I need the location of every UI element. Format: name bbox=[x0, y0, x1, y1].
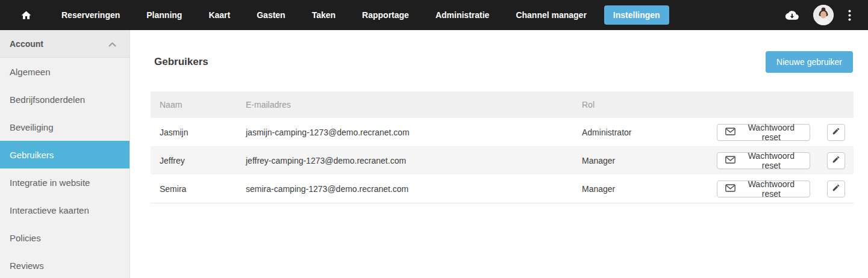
nav-item-kaart[interactable]: Kaart bbox=[199, 5, 239, 25]
kebab-menu-icon[interactable] bbox=[848, 10, 851, 21]
sidebar-item-policies[interactable]: Policies bbox=[0, 224, 130, 252]
settings-sidebar: Account Algemeen Bedrijfsonderdelen Beve… bbox=[0, 30, 130, 278]
password-reset-label: Wachtwoord reset bbox=[741, 151, 802, 170]
envelope-icon bbox=[725, 184, 735, 194]
password-reset-button[interactable]: Wachtwoord reset bbox=[717, 181, 810, 197]
sidebar-item-integratie-in-website[interactable]: Integratie in website bbox=[0, 168, 130, 196]
edit-user-button[interactable] bbox=[827, 124, 845, 141]
user-email: jasmijn-camping-1273@demo.recranet.com bbox=[246, 128, 582, 137]
top-navigation-bar: Reserveringen Planning Kaart Gasten Take… bbox=[0, 0, 868, 30]
row-actions: Wachtwoord reset bbox=[717, 152, 845, 169]
user-name: Jasmijn bbox=[160, 128, 246, 137]
sidebar-item-interactieve-kaarten[interactable]: Interactieve kaarten bbox=[0, 196, 130, 224]
edit-user-button[interactable] bbox=[827, 181, 845, 197]
user-name: Semira bbox=[160, 184, 246, 194]
pencil-icon bbox=[832, 127, 840, 137]
user-role: Administrator bbox=[582, 128, 717, 137]
password-reset-button[interactable]: Wachtwoord reset bbox=[717, 152, 810, 169]
nav-item-planning[interactable]: Planning bbox=[137, 5, 191, 25]
nav-item-reserveringen[interactable]: Reserveringen bbox=[52, 5, 129, 25]
table-row: Jasmijn jasmijn-camping-1273@demo.recran… bbox=[151, 118, 854, 146]
table-header-row: Naam E-mailadres Rol bbox=[151, 91, 854, 118]
page-body: Account Algemeen Bedrijfsonderdelen Beve… bbox=[0, 30, 868, 278]
nav-item-rapportage[interactable]: Rapportage bbox=[353, 5, 418, 25]
cloud-download-icon[interactable] bbox=[785, 10, 799, 20]
column-header-naam: Naam bbox=[160, 100, 246, 110]
envelope-icon bbox=[725, 156, 735, 165]
column-header-emailadres: E-mailadres bbox=[246, 100, 582, 110]
user-role: Manager bbox=[582, 156, 717, 165]
nav-item-gasten[interactable]: Gasten bbox=[248, 5, 294, 25]
user-role: Manager bbox=[582, 184, 717, 194]
sidebar-section-title: Account bbox=[10, 39, 43, 49]
sidebar-item-reviews[interactable]: Reviews bbox=[0, 252, 130, 278]
edit-user-button[interactable] bbox=[827, 152, 845, 169]
users-table: Naam E-mailadres Rol Jasmijn jasmijn-cam… bbox=[151, 91, 854, 203]
nav-item-taken[interactable]: Taken bbox=[303, 5, 345, 25]
password-reset-button[interactable]: Wachtwoord reset bbox=[717, 124, 810, 141]
user-email: jeffrey-camping-1273@demo.recranet.com bbox=[246, 156, 582, 165]
nav-items: Reserveringen Planning Kaart Gasten Take… bbox=[48, 0, 673, 30]
user-name: Jeffrey bbox=[160, 156, 246, 165]
sidebar-item-beveiliging[interactable]: Beveiliging bbox=[0, 113, 130, 141]
table-row: Jeffrey jeffrey-camping-1273@demo.recran… bbox=[151, 146, 854, 175]
main-content: Gebruikers Nieuwe gebruiker Naam E-maila… bbox=[130, 30, 868, 278]
column-header-rol: Rol bbox=[582, 100, 717, 110]
password-reset-label: Wachtwoord reset bbox=[741, 123, 802, 142]
row-actions: Wachtwoord reset bbox=[717, 181, 845, 197]
new-user-button[interactable]: Nieuwe gebruiker bbox=[766, 51, 853, 73]
table-row: Semira semira-camping-1273@demo.recranet… bbox=[151, 175, 854, 203]
nav-item-administratie[interactable]: Administratie bbox=[426, 5, 498, 25]
password-reset-label: Wachtwoord reset bbox=[741, 179, 802, 199]
sidebar-item-gebruikers[interactable]: Gebruikers bbox=[0, 141, 130, 168]
user-email: semira-camping-1273@demo.recranet.com bbox=[246, 184, 582, 194]
nav-item-channel-manager[interactable]: Channel manager bbox=[507, 5, 595, 25]
nav-item-instellingen[interactable]: Instellingen bbox=[604, 5, 669, 25]
sidebar-item-bedrijfsonderdelen[interactable]: Bedrijfsonderdelen bbox=[0, 85, 130, 113]
topnav-right-controls bbox=[785, 5, 851, 25]
pencil-icon bbox=[832, 184, 840, 194]
main-header: Gebruikers Nieuwe gebruiker bbox=[151, 51, 853, 73]
sidebar-section-account[interactable]: Account bbox=[0, 30, 130, 58]
row-actions: Wachtwoord reset bbox=[717, 124, 845, 141]
page-title: Gebruikers bbox=[151, 56, 208, 68]
chevron-up-icon[interactable] bbox=[108, 39, 116, 49]
pencil-icon bbox=[832, 155, 840, 165]
envelope-icon bbox=[725, 128, 735, 137]
home-icon[interactable] bbox=[18, 7, 34, 23]
sidebar-item-algemeen[interactable]: Algemeen bbox=[0, 58, 130, 85]
user-avatar[interactable] bbox=[813, 5, 834, 25]
